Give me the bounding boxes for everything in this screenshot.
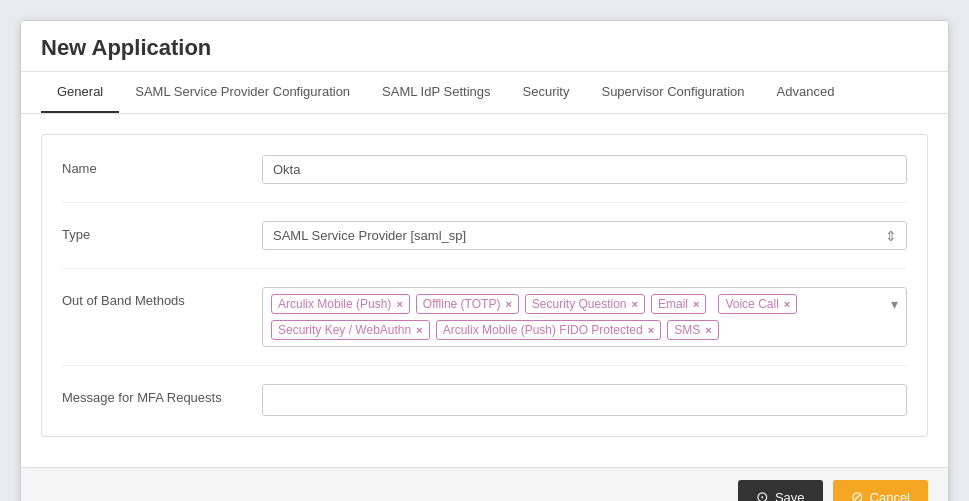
oob-tags-container[interactable]: Arculix Mobile (Push) × Offline (TOTP) ×… — [262, 287, 907, 347]
tab-saml-sp[interactable]: SAML Service Provider Configuration — [119, 72, 366, 113]
tag-ampfido-remove[interactable]: × — [648, 325, 654, 336]
footer: ⊙ Save ⊘ Cancel — [21, 467, 948, 501]
tag-vc: Voice Call × — [718, 294, 797, 314]
form-content: Name Type SAML Service Provider [saml_sp… — [21, 114, 948, 467]
tag-sms: SMS × — [667, 320, 718, 340]
oob-label: Out of Band Methods — [62, 287, 262, 308]
tag-amp-remove[interactable]: × — [396, 299, 402, 310]
tag-webauthn-label: Security Key / WebAuthn — [278, 323, 411, 337]
type-select[interactable]: SAML Service Provider [saml_sp] — [262, 221, 907, 250]
save-label: Save — [775, 490, 805, 502]
mfa-label: Message for MFA Requests — [62, 384, 262, 405]
title-bar: New Application — [21, 21, 948, 72]
tag-email: Email × — [651, 294, 706, 314]
form-section: Name Type SAML Service Provider [saml_sp… — [41, 134, 928, 437]
oob-dropdown-icon[interactable]: ▾ — [891, 296, 898, 312]
tag-amp: Arculix Mobile (Push) × — [271, 294, 410, 314]
tag-webauthn-remove[interactable]: × — [416, 325, 422, 336]
cancel-button[interactable]: ⊘ Cancel — [833, 480, 928, 501]
name-field — [262, 155, 907, 184]
mfa-field — [262, 384, 907, 416]
tab-general[interactable]: General — [41, 72, 119, 113]
tab-advanced[interactable]: Advanced — [761, 72, 851, 113]
tab-security[interactable]: Security — [507, 72, 586, 113]
page-title: New Application — [41, 35, 928, 61]
tag-ampfido-label: Arculix Mobile (Push) FIDO Protected — [443, 323, 643, 337]
name-input[interactable] — [262, 155, 907, 184]
tag-sms-remove[interactable]: × — [705, 325, 711, 336]
name-row: Name — [62, 155, 907, 203]
tag-sq-remove[interactable]: × — [632, 299, 638, 310]
tag-webauthn: Security Key / WebAuthn × — [271, 320, 430, 340]
oob-row: Out of Band Methods Arculix Mobile (Push… — [62, 287, 907, 366]
tag-amp-label: Arculix Mobile (Push) — [278, 297, 391, 311]
application-window: New Application General SAML Service Pro… — [20, 20, 949, 501]
type-row: Type SAML Service Provider [saml_sp] ⇕ — [62, 221, 907, 269]
tag-ampfido: Arculix Mobile (Push) FIDO Protected × — [436, 320, 662, 340]
tag-totp: Offline (TOTP) × — [416, 294, 519, 314]
tag-email-remove[interactable]: × — [693, 299, 699, 310]
tab-supervisor[interactable]: Supervisor Configuration — [585, 72, 760, 113]
oob-field: Arculix Mobile (Push) × Offline (TOTP) ×… — [262, 287, 907, 347]
cancel-icon: ⊘ — [851, 488, 864, 501]
tag-vc-remove[interactable]: × — [784, 299, 790, 310]
save-button[interactable]: ⊙ Save — [738, 480, 823, 501]
cancel-label: Cancel — [870, 490, 910, 502]
tag-totp-remove[interactable]: × — [505, 299, 511, 310]
tag-vc-label: Voice Call — [725, 297, 778, 311]
type-label: Type — [62, 221, 262, 242]
name-label: Name — [62, 155, 262, 176]
save-icon: ⊙ — [756, 488, 769, 501]
type-field: SAML Service Provider [saml_sp] ⇕ — [262, 221, 907, 250]
tag-sq-label: Security Question — [532, 297, 627, 311]
tag-email-label: Email — [658, 297, 688, 311]
mfa-row: Message for MFA Requests — [62, 384, 907, 416]
tab-bar: General SAML Service Provider Configurat… — [21, 72, 948, 114]
tab-saml-idp[interactable]: SAML IdP Settings — [366, 72, 506, 113]
mfa-input[interactable] — [262, 384, 907, 416]
tag-sq: Security Question × — [525, 294, 645, 314]
tag-sms-label: SMS — [674, 323, 700, 337]
tag-totp-label: Offline (TOTP) — [423, 297, 501, 311]
